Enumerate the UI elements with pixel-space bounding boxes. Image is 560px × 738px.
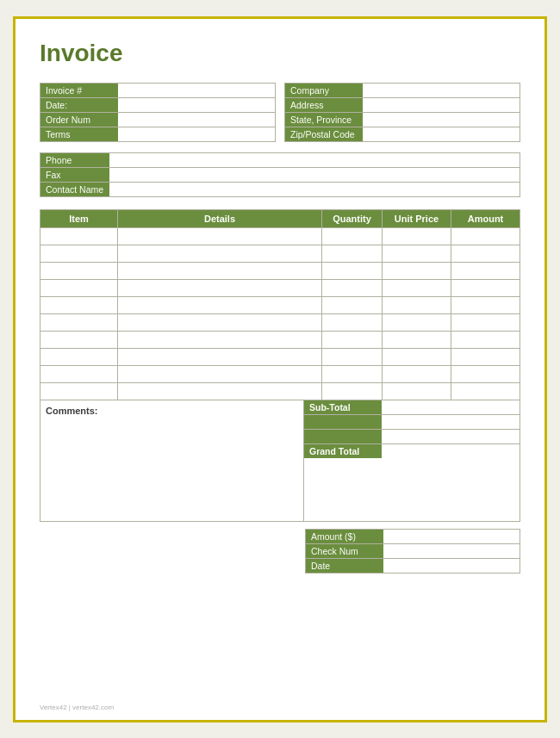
quantity-cell[interactable] [322, 331, 383, 348]
unit-price-cell[interactable] [383, 245, 451, 262]
grand-total-label: Grand Total [304, 444, 382, 458]
details-cell[interactable] [118, 227, 322, 245]
order-num-value[interactable] [118, 113, 275, 127]
item-cell[interactable] [40, 296, 118, 313]
amount-cell[interactable] [451, 365, 520, 382]
quantity-cell[interactable] [322, 313, 383, 331]
date-value[interactable] [118, 98, 275, 112]
details-cell[interactable] [118, 262, 322, 279]
amount-value[interactable] [383, 530, 520, 543]
amount-cell[interactable] [451, 382, 520, 400]
extra-value-1[interactable] [382, 415, 520, 429]
details-cell[interactable] [118, 313, 322, 331]
invoice-title: Invoice [40, 40, 520, 67]
amount-cell[interactable] [451, 331, 520, 348]
item-cell[interactable] [40, 227, 118, 245]
fax-row: Fax [40, 168, 520, 183]
details-cell[interactable] [118, 331, 322, 348]
quantity-cell[interactable] [322, 279, 383, 296]
details-cell[interactable] [118, 279, 322, 296]
contact-name-label: Contact Name [40, 183, 109, 196]
extra-label-1 [304, 415, 382, 429]
details-cell[interactable] [118, 365, 322, 382]
details-cell[interactable] [118, 348, 322, 365]
date-label: Date: [40, 98, 118, 112]
item-cell[interactable] [40, 262, 118, 279]
state-row: State, Province [285, 113, 520, 127]
unit-price-cell[interactable] [383, 382, 451, 400]
address-label: Address [285, 98, 363, 112]
state-value[interactable] [363, 113, 520, 127]
fax-label: Fax [40, 168, 109, 182]
amount-cell[interactable] [451, 296, 520, 313]
item-cell[interactable] [40, 348, 118, 365]
item-cell[interactable] [40, 365, 118, 382]
zip-value[interactable] [363, 127, 520, 141]
unit-price-cell[interactable] [383, 279, 451, 296]
check-num-value[interactable] [383, 544, 520, 558]
subtotal-row: Sub-Total [304, 400, 520, 415]
quantity-cell[interactable] [322, 245, 383, 262]
terms-row: Terms [40, 127, 275, 141]
amount-cell[interactable] [451, 279, 520, 296]
company-value[interactable] [363, 84, 520, 97]
unit-price-cell[interactable] [383, 348, 451, 365]
quantity-cell[interactable] [322, 348, 383, 365]
table-row [40, 279, 520, 296]
phone-label: Phone [40, 153, 109, 167]
invoice-table: Item Details Quantity Unit Price Amount [40, 209, 520, 400]
item-cell[interactable] [40, 313, 118, 331]
payment-section-wrapper: Amount ($) Check Num Date [40, 529, 520, 574]
amount-cell[interactable] [451, 245, 520, 262]
amount-cell[interactable] [451, 262, 520, 279]
payment-date-value[interactable] [383, 559, 520, 573]
item-cell[interactable] [40, 279, 118, 296]
quantity-cell[interactable] [322, 382, 383, 400]
totals-right: Sub-Total Grand Total [304, 400, 520, 521]
address-value[interactable] [363, 98, 520, 112]
invoice-num-value[interactable] [118, 84, 275, 97]
col-header-item: Item [40, 209, 118, 227]
contact-name-value[interactable] [109, 183, 520, 196]
item-cell[interactable] [40, 331, 118, 348]
phone-value[interactable] [109, 153, 520, 167]
quantity-cell[interactable] [322, 365, 383, 382]
contact-name-row: Contact Name [40, 183, 520, 196]
subtotal-value[interactable] [382, 400, 520, 414]
col-header-unit-price: Unit Price [383, 209, 451, 227]
item-cell[interactable] [40, 382, 118, 400]
quantity-cell[interactable] [322, 262, 383, 279]
terms-value[interactable] [118, 127, 275, 141]
table-row [40, 245, 520, 262]
table-row [40, 331, 520, 348]
unit-price-cell[interactable] [383, 365, 451, 382]
amount-cell[interactable] [451, 227, 520, 245]
details-cell[interactable] [118, 382, 322, 400]
top-section: Invoice # Date: Order Num Terms Company [40, 83, 520, 142]
quantity-cell[interactable] [322, 296, 383, 313]
details-cell[interactable] [118, 245, 322, 262]
item-cell[interactable] [40, 245, 118, 262]
amount-cell[interactable] [451, 348, 520, 365]
unit-price-cell[interactable] [383, 262, 451, 279]
comments-label: Comments: [46, 406, 298, 416]
details-cell[interactable] [118, 296, 322, 313]
fax-value[interactable] [109, 168, 520, 182]
extra-value-2[interactable] [382, 430, 520, 443]
quantity-cell[interactable] [322, 227, 383, 245]
table-row [40, 365, 520, 382]
unit-price-cell[interactable] [383, 227, 451, 245]
invoice-page: Invoice Invoice # Date: Order Num Terms [13, 16, 547, 722]
left-fields: Invoice # Date: Order Num Terms [40, 83, 276, 142]
contact-section: Phone Fax Contact Name [40, 152, 520, 197]
amount-label: Amount ($) [306, 530, 383, 543]
grand-total-row: Grand Total [304, 444, 520, 458]
unit-price-cell[interactable] [383, 313, 451, 331]
amount-row: Amount ($) [306, 530, 520, 544]
unit-price-cell[interactable] [383, 296, 451, 313]
payment-date-row: Date [306, 559, 520, 573]
grand-total-value[interactable] [382, 444, 520, 458]
amount-cell[interactable] [451, 313, 520, 331]
company-label: Company [285, 84, 363, 97]
unit-price-cell[interactable] [383, 331, 451, 348]
